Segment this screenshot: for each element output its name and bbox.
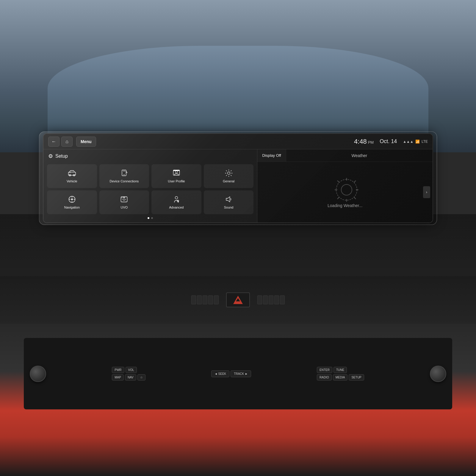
weather-next-button[interactable]: › — [423, 186, 430, 198]
page-dot-1[interactable] — [148, 217, 149, 219]
vent-row — [0, 276, 476, 324]
setup-gear-icon: ⚙ — [48, 153, 53, 159]
svg-point-23 — [336, 179, 357, 200]
uvo-label: UVO — [120, 205, 128, 209]
pwr-button[interactable]: PWR — [112, 367, 124, 373]
star-button[interactable]: ☆ — [137, 374, 145, 381]
advanced-label: Advanced — [169, 205, 184, 209]
weather-widget: Loading Weather... › — [257, 162, 433, 223]
nav-buttons: ← ⌂ — [48, 137, 73, 147]
hazard-triangle — [233, 296, 243, 304]
loading-weather-text: Loading Weather... — [328, 203, 362, 208]
tune-knob[interactable] — [430, 366, 446, 382]
car-top-bg — [0, 0, 476, 152]
nav-button[interactable]: NAV — [125, 374, 136, 381]
vent-slot — [263, 295, 268, 304]
display-off-button[interactable]: Display Off — [257, 149, 286, 162]
home-button[interactable]: ⌂ — [61, 137, 73, 147]
left-vents — [191, 295, 219, 304]
setup-label: Setup — [55, 154, 68, 159]
menu-grid: Vehicle Device Connections — [47, 164, 253, 214]
time-display: 4:48 PM — [354, 138, 374, 145]
svg-point-8 — [175, 171, 177, 173]
wifi-icon: 📶 — [415, 140, 420, 144]
menu-item-vehicle[interactable]: Vehicle — [47, 164, 97, 188]
vol-button[interactable]: VOL — [126, 367, 137, 373]
general-label: General — [223, 179, 234, 183]
track-forward-button[interactable]: TRACK ► — [231, 370, 251, 377]
date-display: Oct. 14 — [380, 138, 397, 145]
vent-slot — [257, 295, 262, 304]
infotainment-container: ← ⌂ Menu 4:48 PM Oct. 14 ▲▲▲ 📶 LTE — [43, 133, 433, 223]
back-button[interactable]: ← — [48, 137, 60, 147]
device-connections-icon — [120, 169, 128, 177]
time-value: 4:48 — [354, 138, 367, 145]
user-profile-label: User Profile — [168, 179, 185, 183]
sun-svg — [333, 176, 360, 203]
svg-point-24 — [341, 184, 352, 195]
menu-item-general[interactable]: General — [204, 164, 254, 188]
svg-point-19 — [175, 196, 178, 199]
vent-slot — [269, 295, 273, 304]
page-dot-2[interactable] — [151, 217, 153, 219]
radio-button[interactable]: RADIO — [317, 374, 332, 381]
vent-slot — [280, 295, 285, 304]
menu-item-navigation[interactable]: Navigation — [47, 190, 97, 214]
general-settings-icon — [225, 169, 233, 177]
navigation-icon — [68, 195, 76, 203]
map-button[interactable]: MAP — [112, 374, 124, 381]
svg-line-29 — [337, 181, 339, 182]
seek-back-button[interactable]: ◄ SEEK — [211, 370, 229, 377]
vent-slot — [274, 295, 279, 304]
svg-line-30 — [354, 197, 356, 199]
left-button-row-1: PWR VOL — [112, 367, 145, 373]
lte-icon: LTE — [422, 140, 428, 144]
volume-knob[interactable] — [30, 366, 46, 382]
page-dots — [47, 217, 253, 219]
hazard-triangle-inner — [236, 298, 240, 301]
svg-point-3 — [69, 172, 71, 173]
menu-item-device-connections[interactable]: Device Connections — [99, 164, 149, 188]
advanced-icon — [172, 195, 181, 203]
main-content: ⚙ Setup Vehicle — [43, 149, 433, 223]
sound-label: Sound — [224, 205, 234, 209]
control-buttons-row: PWR VOL MAP NAV ☆ ◄ SEEK TRACK ► ENTER T… — [24, 338, 452, 409]
tune-button[interactable]: TUNE — [333, 367, 347, 373]
menu-item-sound[interactable]: Sound — [204, 190, 254, 214]
vent-slot — [208, 295, 213, 304]
signal-icon: ▲▲▲ — [403, 140, 414, 144]
menu-item-user-profile[interactable]: User Profile — [151, 164, 201, 188]
right-button-row-1: ENTER TUNE — [317, 367, 364, 373]
user-profile-icon — [172, 169, 181, 177]
device-connections-label: Device Connections — [109, 179, 139, 183]
right-button-row-2: RADIO MEDIA SETUP — [317, 374, 364, 381]
seek-buttons: ◄ SEEK TRACK ► — [211, 370, 251, 377]
sun-loading-icon — [333, 176, 357, 200]
weather-label: Weather — [286, 149, 433, 162]
left-panel: ⚙ Setup Vehicle — [43, 149, 257, 223]
top-bar: ← ⌂ Menu 4:48 PM Oct. 14 ▲▲▲ 📶 LTE — [43, 134, 433, 149]
vehicle-label: Vehicle — [67, 179, 77, 183]
svg-marker-22 — [226, 197, 230, 202]
sound-icon — [225, 195, 233, 203]
right-button-cluster: ENTER TUNE RADIO MEDIA SETUP — [317, 367, 364, 381]
vent-slot — [191, 295, 196, 304]
widget-row-top: Display Off Weather — [257, 149, 433, 162]
svg-line-31 — [354, 181, 356, 182]
svg-point-18 — [122, 197, 123, 198]
right-panel: Display Off Weather — [257, 149, 433, 223]
setup-ctrl-button[interactable]: SETUP — [349, 374, 364, 381]
menu-item-uvo[interactable]: UVO — [99, 190, 149, 214]
hazard-button[interactable] — [226, 292, 250, 307]
navigation-label: Navigation — [64, 205, 80, 209]
menu-button[interactable]: Menu — [76, 137, 96, 147]
enter-button[interactable]: ENTER — [317, 367, 332, 373]
status-icons: ▲▲▲ 📶 LTE — [403, 140, 428, 144]
media-button[interactable]: MEDIA — [333, 374, 348, 381]
svg-line-32 — [337, 197, 339, 199]
svg-point-10 — [227, 172, 230, 174]
menu-item-advanced[interactable]: Advanced — [151, 190, 201, 214]
left-button-cluster: PWR VOL MAP NAV ☆ — [112, 367, 145, 381]
infotainment-screen: ← ⌂ Menu 4:48 PM Oct. 14 ▲▲▲ 📶 LTE — [43, 133, 433, 223]
uvo-icon — [120, 195, 128, 203]
